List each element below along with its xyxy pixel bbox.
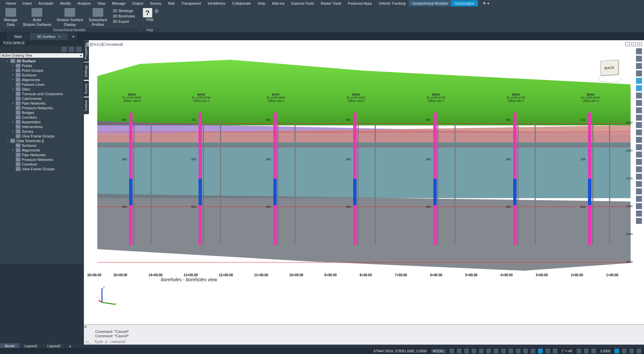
status-bearing[interactable]: 1" = 40'	[560, 349, 574, 353]
tree-item-data-shortcuts-[interactable]: −Data Shortcuts []	[0, 138, 84, 143]
status-model[interactable]: MODEL	[431, 349, 447, 353]
menu-geolocation[interactable]: Geolocation	[451, 0, 478, 6]
vtab-toolbox[interactable]: Toolbox	[84, 97, 89, 114]
doctab-3d-surface[interactable]: 3D Surface✕	[30, 33, 68, 40]
doctab-start[interactable]: Start	[7, 33, 30, 40]
tree-expand-icon[interactable]: +	[11, 120, 14, 124]
ucs-icon[interactable]: Z Y X	[99, 286, 119, 306]
nav-tool-icon[interactable]	[636, 93, 642, 99]
status-infer-icon[interactable]	[464, 349, 469, 353]
ribbon-build-stratum[interactable]: BuildStratum Surfaces	[20, 7, 54, 26]
toolspace-view-combo[interactable]: Active Drawing View ▾	[0, 53, 84, 58]
tree-expand-icon[interactable]: +	[11, 149, 14, 152]
nav-tool2-icon[interactable]	[636, 100, 642, 106]
tree-expand-icon[interactable]: +	[11, 73, 14, 77]
tree-expand-icon[interactable]: −	[6, 59, 9, 63]
tree-item-pressure-networks[interactable]: Pressure Networks	[0, 157, 84, 162]
menu-express-tools[interactable]: Express Tools	[288, 0, 317, 6]
tree-expand-icon[interactable]: +	[11, 87, 14, 91]
tree-item-turnouts-and-crossovers[interactable]: Turnouts and Crossovers	[0, 92, 84, 96]
borehole-bh29[interactable]: BH29EL:1230.9008Offset -490.9101205804	[129, 113, 132, 245]
viewport-label[interactable]: [−][OLE1][Conceptual]	[87, 42, 123, 46]
viewcube-compass[interactable]	[598, 76, 622, 82]
status-customize-icon[interactable]	[637, 349, 641, 353]
status-trans-icon[interactable]	[531, 349, 535, 353]
borehole-bh28[interactable]: BH28EL:1230.9724Offset 491.2101205804	[199, 113, 202, 245]
nav-tool17-icon[interactable]	[636, 211, 642, 217]
nav-tool8-icon[interactable]	[636, 144, 642, 150]
tree-item-corridors[interactable]: Corridors	[0, 162, 84, 167]
nav-zoom-icon[interactable]	[636, 63, 642, 69]
status-scale-icon[interactable]	[591, 349, 596, 353]
tree-item-pressure-networks[interactable]: Pressure Networks	[0, 106, 84, 110]
tree-item-feature-lines[interactable]: Feature Lines	[0, 82, 84, 87]
status-3dosnap-icon[interactable]	[494, 349, 498, 353]
ribbon-manage-data[interactable]: ManageData	[1, 7, 20, 26]
menu-manage[interactable]: Manage	[109, 0, 129, 6]
status-lwt-icon[interactable]	[523, 349, 528, 353]
status-anno-icon[interactable]	[545, 349, 550, 353]
status-gear-icon[interactable]	[577, 349, 581, 353]
nav-tool16-icon[interactable]	[636, 203, 642, 209]
menu-collaborate[interactable]: Collaborate	[229, 0, 254, 6]
tree-item-alignments[interactable]: +Alignments	[0, 148, 84, 153]
nav-tool10-icon[interactable]	[636, 159, 642, 165]
tree-item-bridges[interactable]: Bridges	[0, 110, 84, 115]
tree-item-sites[interactable]: +Sites	[0, 87, 84, 92]
nav-tool18-icon[interactable]	[636, 218, 642, 224]
nav-tool12-icon[interactable]	[636, 174, 642, 180]
borehole-bh25[interactable]: BH25EL:1230.8705Offset 492.4101205804	[433, 113, 437, 245]
menu-home[interactable]: Home	[3, 0, 19, 6]
tree-item-surfaces[interactable]: Surfaces	[0, 143, 84, 148]
menu-featured-apps[interactable]: Featured Apps	[344, 0, 375, 6]
status-snap-icon[interactable]	[457, 349, 462, 353]
ribbon-stratum-display[interactable]: Stratum SurfaceDisplay	[54, 7, 86, 26]
tree-item-view-frame-groups[interactable]: View Frame Groups	[0, 167, 84, 171]
close-icon[interactable]: ✕	[58, 35, 61, 39]
tree-item-assemblies[interactable]: +Assemblies	[0, 120, 84, 124]
tree-expand-icon[interactable]: +	[11, 130, 14, 133]
menu-vehicle-tracking[interactable]: Vehicle Tracking	[375, 0, 409, 6]
nav-tool6-icon[interactable]	[636, 129, 642, 135]
status-polar-icon[interactable]	[479, 349, 484, 353]
nav-tool15-icon[interactable]	[636, 196, 642, 202]
tree-item-3d-surface[interactable]: −3D Surface	[0, 59, 84, 63]
viewcube[interactable]: BACK	[600, 60, 624, 79]
viewcube-face[interactable]: BACK	[600, 60, 619, 76]
menu-addins[interactable]: Add-ins	[269, 0, 288, 6]
tree-item-alignments[interactable]: +Alignments	[0, 77, 84, 82]
nav-tool9-icon[interactable]	[636, 152, 642, 158]
ribbon-3d-export[interactable]: 3D Export	[110, 19, 138, 24]
nav-showmotion-icon[interactable]	[636, 85, 642, 91]
nav-steering-icon[interactable]	[636, 78, 642, 84]
doctab-new[interactable]: +	[68, 33, 78, 40]
tree-item-points[interactable]: +Points	[0, 63, 84, 68]
menu-annotate[interactable]: Annotate	[35, 0, 57, 6]
nav-full-icon[interactable]	[636, 48, 642, 54]
viewport-close-icon[interactable]: ✕	[637, 42, 642, 46]
tree-expand-icon[interactable]: +	[11, 78, 14, 81]
nav-tool5-icon[interactable]	[636, 122, 642, 128]
status-osnap-icon[interactable]	[486, 349, 491, 353]
nav-tool11-icon[interactable]	[636, 166, 642, 172]
menu-modify[interactable]: Modify	[57, 0, 74, 6]
borehole-bh24[interactable]: BH24EL:1230.1763Offset 490.3101205804	[513, 113, 517, 245]
command-close-icon[interactable]: ✕	[84, 325, 87, 329]
menu-transparent[interactable]: Transparent	[178, 0, 204, 6]
menu-help[interactable]: Help	[254, 0, 269, 6]
menu-view[interactable]: View	[94, 0, 109, 6]
tree-expand-icon[interactable]: +	[11, 102, 14, 105]
menu-geotechnical-modeler[interactable]: Geotechnical Modeler	[409, 0, 451, 6]
status-ortho-icon[interactable]	[472, 349, 476, 353]
nav-orbit-icon[interactable]	[636, 70, 642, 76]
borehole-bh26[interactable]: BH26EL:1232.4312Offset 492.0101205804	[353, 113, 357, 245]
status-scale[interactable]: 3.5000	[599, 349, 612, 353]
tree-expand-icon[interactable]: −	[6, 139, 9, 142]
status-grid-icon[interactable]	[449, 349, 454, 353]
nav-tool14-icon[interactable]	[636, 188, 642, 194]
menu-rail[interactable]: Rail	[165, 0, 178, 6]
menu-visibility-toggle[interactable]: 👁 ▾	[479, 0, 493, 7]
tree-item-surfaces[interactable]: +Surfaces	[0, 73, 84, 77]
status-iso-icon[interactable]	[614, 349, 619, 353]
borehole-bh27[interactable]: BH27EL:1232.6504Offset 492.0101205804	[273, 113, 277, 245]
